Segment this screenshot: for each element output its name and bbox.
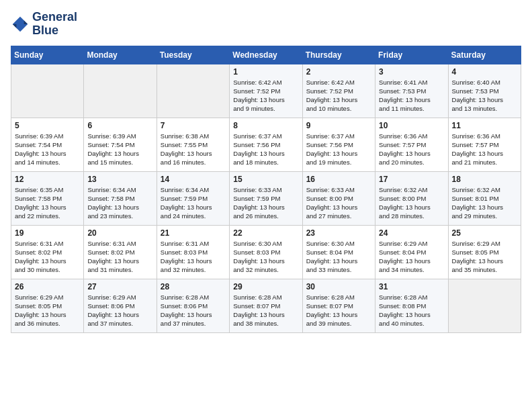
calendar-cell: 13Sunrise: 6:34 AM Sunset: 7:58 PM Dayli… bbox=[84, 171, 157, 225]
day-number: 3 bbox=[379, 67, 444, 77]
day-info: Sunrise: 6:28 AM Sunset: 8:07 PM Dayligh… bbox=[233, 293, 298, 328]
calendar-cell: 1Sunrise: 6:42 AM Sunset: 7:52 PM Daylig… bbox=[230, 64, 302, 118]
calendar-cell: 11Sunrise: 6:36 AM Sunset: 7:57 PM Dayli… bbox=[448, 118, 521, 171]
logo: General Blue bbox=[11, 11, 77, 38]
day-number: 16 bbox=[306, 175, 371, 184]
day-info: Sunrise: 6:28 AM Sunset: 8:08 PM Dayligh… bbox=[379, 293, 444, 328]
day-info: Sunrise: 6:28 AM Sunset: 8:06 PM Dayligh… bbox=[161, 293, 226, 328]
calendar-cell: 19Sunrise: 6:31 AM Sunset: 8:02 PM Dayli… bbox=[11, 225, 84, 279]
day-info: Sunrise: 6:33 AM Sunset: 8:00 PM Dayligh… bbox=[306, 185, 371, 221]
day-info: Sunrise: 6:32 AM Sunset: 8:00 PM Dayligh… bbox=[379, 185, 444, 221]
day-number: 30 bbox=[306, 282, 371, 291]
day-number: 20 bbox=[87, 228, 152, 238]
weekday-header-monday: Monday bbox=[84, 46, 157, 64]
calendar-cell: 26Sunrise: 6:29 AM Sunset: 8:05 PM Dayli… bbox=[11, 279, 84, 332]
day-number: 7 bbox=[161, 121, 226, 130]
calendar-cell: 18Sunrise: 6:32 AM Sunset: 8:01 PM Dayli… bbox=[448, 171, 521, 225]
day-info: Sunrise: 6:32 AM Sunset: 8:01 PM Dayligh… bbox=[452, 185, 517, 221]
day-info: Sunrise: 6:34 AM Sunset: 7:59 PM Dayligh… bbox=[161, 185, 226, 221]
day-number: 8 bbox=[233, 121, 298, 130]
calendar-cell bbox=[157, 64, 229, 118]
day-info: Sunrise: 6:39 AM Sunset: 7:54 PM Dayligh… bbox=[87, 132, 152, 167]
day-number: 9 bbox=[306, 121, 371, 130]
calendar-cell: 31Sunrise: 6:28 AM Sunset: 8:08 PM Dayli… bbox=[375, 279, 448, 332]
day-number: 18 bbox=[452, 175, 517, 184]
weekday-header-saturday: Saturday bbox=[448, 46, 521, 64]
day-info: Sunrise: 6:29 AM Sunset: 8:05 PM Dayligh… bbox=[452, 239, 517, 275]
day-info: Sunrise: 6:31 AM Sunset: 8:03 PM Dayligh… bbox=[161, 239, 226, 275]
calendar-cell: 14Sunrise: 6:34 AM Sunset: 7:59 PM Dayli… bbox=[157, 171, 229, 225]
calendar-cell: 4Sunrise: 6:40 AM Sunset: 7:53 PM Daylig… bbox=[448, 64, 521, 118]
day-info: Sunrise: 6:30 AM Sunset: 8:03 PM Dayligh… bbox=[233, 239, 298, 275]
day-info: Sunrise: 6:39 AM Sunset: 7:54 PM Dayligh… bbox=[15, 132, 80, 167]
day-number: 10 bbox=[379, 121, 444, 130]
day-number: 11 bbox=[452, 121, 517, 130]
day-number: 31 bbox=[379, 282, 444, 291]
calendar-cell: 7Sunrise: 6:38 AM Sunset: 7:55 PM Daylig… bbox=[157, 118, 229, 171]
calendar-cell: 5Sunrise: 6:39 AM Sunset: 7:54 PM Daylig… bbox=[11, 118, 84, 171]
calendar-cell: 15Sunrise: 6:33 AM Sunset: 7:59 PM Dayli… bbox=[230, 171, 302, 225]
day-number: 25 bbox=[452, 228, 517, 238]
calendar-cell: 22Sunrise: 6:30 AM Sunset: 8:03 PM Dayli… bbox=[230, 225, 302, 279]
day-number: 24 bbox=[379, 228, 444, 238]
day-info: Sunrise: 6:28 AM Sunset: 8:07 PM Dayligh… bbox=[306, 293, 371, 328]
day-info: Sunrise: 6:40 AM Sunset: 7:53 PM Dayligh… bbox=[452, 78, 517, 113]
day-number: 2 bbox=[306, 67, 371, 77]
day-info: Sunrise: 6:35 AM Sunset: 7:58 PM Dayligh… bbox=[15, 185, 80, 221]
day-number: 22 bbox=[233, 228, 298, 238]
calendar-cell: 2Sunrise: 6:42 AM Sunset: 7:52 PM Daylig… bbox=[302, 64, 375, 118]
day-number: 4 bbox=[452, 67, 517, 77]
day-number: 19 bbox=[15, 228, 80, 238]
day-number: 12 bbox=[15, 175, 80, 184]
day-number: 1 bbox=[233, 67, 298, 77]
weekday-header-friday: Friday bbox=[375, 46, 448, 64]
calendar-cell bbox=[84, 64, 157, 118]
calendar-cell: 9Sunrise: 6:37 AM Sunset: 7:56 PM Daylig… bbox=[302, 118, 375, 171]
day-info: Sunrise: 6:29 AM Sunset: 8:05 PM Dayligh… bbox=[15, 293, 80, 328]
day-info: Sunrise: 6:36 AM Sunset: 7:57 PM Dayligh… bbox=[379, 132, 444, 167]
day-number: 28 bbox=[161, 282, 226, 291]
calendar-cell: 21Sunrise: 6:31 AM Sunset: 8:03 PM Dayli… bbox=[157, 225, 229, 279]
day-info: Sunrise: 6:41 AM Sunset: 7:53 PM Dayligh… bbox=[379, 78, 444, 113]
calendar-cell: 27Sunrise: 6:29 AM Sunset: 8:06 PM Dayli… bbox=[84, 279, 157, 332]
weekday-header-tuesday: Tuesday bbox=[157, 46, 229, 64]
day-number: 14 bbox=[161, 175, 226, 184]
calendar-cell: 16Sunrise: 6:33 AM Sunset: 8:00 PM Dayli… bbox=[302, 171, 375, 225]
calendar-cell: 25Sunrise: 6:29 AM Sunset: 8:05 PM Dayli… bbox=[448, 225, 521, 279]
day-info: Sunrise: 6:38 AM Sunset: 7:55 PM Dayligh… bbox=[161, 132, 226, 167]
calendar-table: SundayMondayTuesdayWednesdayThursdayFrid… bbox=[11, 46, 521, 333]
day-info: Sunrise: 6:30 AM Sunset: 8:04 PM Dayligh… bbox=[306, 239, 371, 275]
calendar-cell: 23Sunrise: 6:30 AM Sunset: 8:04 PM Dayli… bbox=[302, 225, 375, 279]
day-info: Sunrise: 6:31 AM Sunset: 8:02 PM Dayligh… bbox=[87, 239, 152, 275]
calendar-cell bbox=[448, 279, 521, 332]
calendar-cell: 12Sunrise: 6:35 AM Sunset: 7:58 PM Dayli… bbox=[11, 171, 84, 225]
calendar-cell: 20Sunrise: 6:31 AM Sunset: 8:02 PM Dayli… bbox=[84, 225, 157, 279]
calendar-cell: 10Sunrise: 6:36 AM Sunset: 7:57 PM Dayli… bbox=[375, 118, 448, 171]
calendar-cell: 24Sunrise: 6:29 AM Sunset: 8:04 PM Dayli… bbox=[375, 225, 448, 279]
day-number: 26 bbox=[15, 282, 80, 291]
calendar-cell: 28Sunrise: 6:28 AM Sunset: 8:06 PM Dayli… bbox=[157, 279, 229, 332]
calendar-cell: 29Sunrise: 6:28 AM Sunset: 8:07 PM Dayli… bbox=[230, 279, 302, 332]
day-info: Sunrise: 6:31 AM Sunset: 8:02 PM Dayligh… bbox=[15, 239, 80, 275]
weekday-header-wednesday: Wednesday bbox=[230, 46, 302, 64]
day-number: 13 bbox=[87, 175, 152, 184]
day-info: Sunrise: 6:33 AM Sunset: 7:59 PM Dayligh… bbox=[233, 185, 298, 221]
day-info: Sunrise: 6:36 AM Sunset: 7:57 PM Dayligh… bbox=[452, 132, 517, 167]
day-info: Sunrise: 6:42 AM Sunset: 7:52 PM Dayligh… bbox=[233, 78, 298, 113]
day-info: Sunrise: 6:37 AM Sunset: 7:56 PM Dayligh… bbox=[306, 132, 371, 167]
day-info: Sunrise: 6:42 AM Sunset: 7:52 PM Dayligh… bbox=[306, 78, 371, 113]
day-number: 29 bbox=[233, 282, 298, 291]
weekday-header-thursday: Thursday bbox=[302, 46, 375, 64]
logo-icon bbox=[11, 15, 30, 34]
calendar-cell: 30Sunrise: 6:28 AM Sunset: 8:07 PM Dayli… bbox=[302, 279, 375, 332]
day-number: 5 bbox=[15, 121, 80, 130]
day-number: 27 bbox=[87, 282, 152, 291]
calendar-cell bbox=[11, 64, 84, 118]
day-info: Sunrise: 6:34 AM Sunset: 7:58 PM Dayligh… bbox=[87, 185, 152, 221]
day-info: Sunrise: 6:37 AM Sunset: 7:56 PM Dayligh… bbox=[233, 132, 298, 167]
calendar-cell: 6Sunrise: 6:39 AM Sunset: 7:54 PM Daylig… bbox=[84, 118, 157, 171]
day-number: 23 bbox=[306, 228, 371, 238]
day-info: Sunrise: 6:29 AM Sunset: 8:06 PM Dayligh… bbox=[87, 293, 152, 328]
day-number: 6 bbox=[87, 121, 152, 130]
page-header: General Blue bbox=[11, 11, 521, 38]
